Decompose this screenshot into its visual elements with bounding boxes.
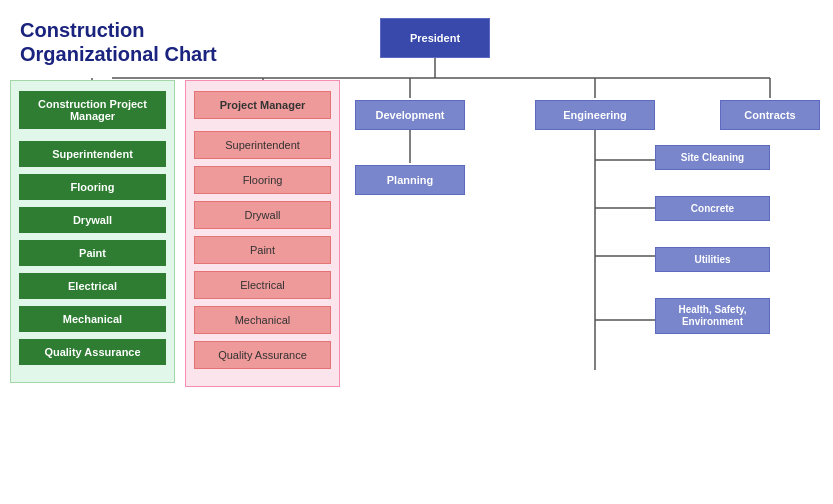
eng-concrete: Concrete — [655, 196, 770, 221]
eng-site-cleaning: Site Cleaning — [655, 145, 770, 170]
planning-box: Planning — [355, 165, 465, 195]
engineering-box: Engineering — [535, 100, 655, 130]
pink-item-drywall: Drywall — [194, 201, 331, 229]
engineering-children: Site Cleaning Concrete Utilities Health,… — [655, 145, 770, 342]
pink-item-flooring: Flooring — [194, 166, 331, 194]
chart-title: Construction Organizational Chart — [20, 18, 217, 66]
pink-item-electrical: Electrical — [194, 271, 331, 299]
pink-item-paint: Paint — [194, 236, 331, 264]
green-column: Construction Project Manager Superintend… — [10, 80, 175, 383]
president-box: President — [380, 18, 490, 58]
green-item-drywall: Drywall — [19, 207, 166, 233]
green-item-paint: Paint — [19, 240, 166, 266]
green-item-superintendent: Superintendent — [19, 141, 166, 167]
green-header: Construction Project Manager — [19, 91, 166, 129]
green-item-mechanical: Mechanical — [19, 306, 166, 332]
eng-utilities: Utilities — [655, 247, 770, 272]
pink-item-superintendent: Superintendent — [194, 131, 331, 159]
pink-item-qa: Quality Assurance — [194, 341, 331, 369]
pink-item-mechanical: Mechanical — [194, 306, 331, 334]
development-box: Development — [355, 100, 465, 130]
contracts-box: Contracts — [720, 100, 820, 130]
green-item-flooring: Flooring — [19, 174, 166, 200]
green-item-electrical: Electrical — [19, 273, 166, 299]
green-item-qa: Quality Assurance — [19, 339, 166, 365]
eng-health-safety: Health, Safety, Environment — [655, 298, 770, 334]
pink-header: Project Manager — [194, 91, 331, 119]
pink-column: Project Manager Superintendent Flooring … — [185, 80, 340, 387]
